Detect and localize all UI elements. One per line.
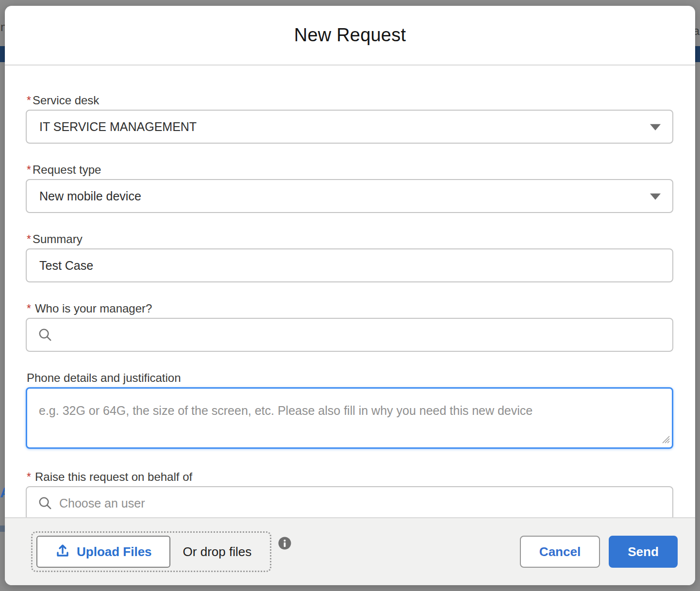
behalf-of-lookup-box xyxy=(26,486,673,517)
field-label-text: Summary xyxy=(33,232,83,246)
background-nav-highlight xyxy=(0,46,5,62)
field-service-desk: * Service desk IT SERVICE MANAGEMENT xyxy=(26,94,673,144)
chevron-down-icon xyxy=(650,124,661,131)
upload-files-label: Upload Files xyxy=(77,544,152,559)
info-icon[interactable] xyxy=(278,537,291,552)
service-desk-label: * Service desk xyxy=(27,94,673,107)
modal-header: New Request xyxy=(5,6,695,66)
service-desk-select[interactable]: IT SERVICE MANAGEMENT xyxy=(26,110,673,144)
upload-icon xyxy=(55,542,70,561)
summary-field-box xyxy=(26,248,673,282)
required-asterisk: * xyxy=(27,94,31,107)
search-icon xyxy=(27,327,53,343)
summary-input[interactable] xyxy=(27,249,672,281)
upload-files-button[interactable]: Upload Files xyxy=(36,536,170,568)
modal-footer: Upload Files Or drop files Cancel Send xyxy=(5,517,695,585)
required-asterisk: * xyxy=(27,232,31,246)
chevron-down-icon xyxy=(650,194,661,200)
required-asterisk: * xyxy=(27,470,31,484)
field-label-text: Request type xyxy=(33,163,101,177)
footer-actions: Cancel Send xyxy=(520,536,678,568)
select-value: New mobile device xyxy=(27,189,141,203)
field-phone-details: Phone details and justification xyxy=(26,371,673,449)
required-asterisk: * xyxy=(27,163,31,177)
manager-label: * Who is your manager? xyxy=(27,302,673,315)
field-behalf-of: * Raise this request on behalf of xyxy=(26,470,673,517)
send-button[interactable]: Send xyxy=(609,536,678,568)
summary-label: * Summary xyxy=(27,232,673,246)
manager-lookup-box xyxy=(26,318,673,352)
field-request-type: * Request type New mobile device xyxy=(26,163,673,213)
new-request-modal: New Request * Service desk IT SERVICE MA… xyxy=(5,6,695,585)
resize-grip-icon[interactable] xyxy=(660,433,670,446)
select-value: IT SERVICE MANAGEMENT xyxy=(27,120,197,134)
search-icon xyxy=(27,495,53,511)
request-type-label: * Request type xyxy=(27,163,673,177)
phone-details-label: Phone details and justification xyxy=(27,371,673,385)
field-summary: * Summary xyxy=(26,232,673,282)
page-title: New Request xyxy=(294,25,406,46)
phone-details-textarea[interactable] xyxy=(27,389,672,447)
request-type-select[interactable]: New mobile device xyxy=(26,179,673,213)
file-drop-zone[interactable]: Upload Files Or drop files xyxy=(31,531,271,572)
background-band xyxy=(0,525,5,532)
field-manager: * Who is your manager? xyxy=(26,302,673,352)
behalf-of-search-input[interactable] xyxy=(53,487,672,517)
manager-search-input[interactable] xyxy=(53,319,672,351)
field-label-text: Who is your manager? xyxy=(35,302,152,315)
background-nav-highlight xyxy=(695,46,700,62)
field-label-text: Raise this request on behalf of xyxy=(35,470,192,484)
modal-body: * Service desk IT SERVICE MANAGEMENT * R… xyxy=(5,66,695,517)
phone-details-textarea-box xyxy=(26,387,673,449)
drop-files-hint: Or drop files xyxy=(183,544,252,559)
required-asterisk: * xyxy=(27,302,31,315)
cancel-button[interactable]: Cancel xyxy=(520,536,600,568)
field-label-text: Service desk xyxy=(33,94,99,107)
behalf-of-label: * Raise this request on behalf of xyxy=(27,470,673,484)
field-label-text: Phone details and justification xyxy=(27,371,181,385)
